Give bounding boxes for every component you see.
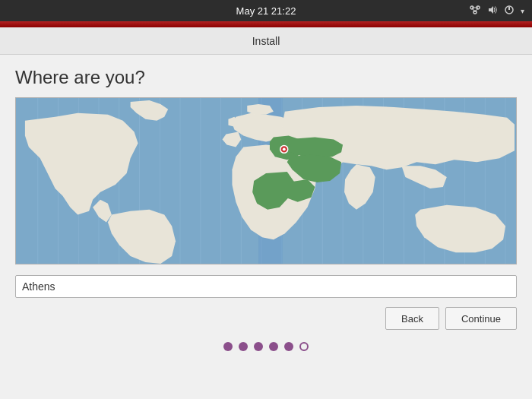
svg-marker-6 <box>489 6 493 14</box>
world-map[interactable] <box>15 97 517 264</box>
progress-dots <box>15 342 517 351</box>
back-button[interactable]: Back <box>385 307 439 330</box>
network-icon[interactable] <box>469 5 481 17</box>
page-title: Where are you? <box>15 67 517 88</box>
accent-bar <box>0 21 532 27</box>
progress-dot-1 <box>223 342 233 351</box>
location-input[interactable] <box>15 275 517 298</box>
continue-button[interactable]: Continue <box>445 307 517 330</box>
progress-dot-5 <box>284 342 293 351</box>
datetime: May 21 21:22 <box>236 5 296 17</box>
install-title: Install <box>252 35 280 47</box>
top-bar-right: ▾ <box>469 5 524 17</box>
button-row: Back Continue <box>15 307 517 330</box>
progress-dot-2 <box>239 342 248 351</box>
progress-dot-6 <box>299 342 309 351</box>
chevron-down-icon[interactable]: ▾ <box>521 7 524 15</box>
progress-dot-3 <box>254 342 263 351</box>
volume-icon[interactable] <box>487 5 498 17</box>
top-bar: May 21 21:22 ▾ <box>0 0 532 21</box>
power-icon[interactable] <box>504 5 515 17</box>
install-header: Install <box>0 27 532 55</box>
location-input-row <box>15 275 517 298</box>
main-content: Where are you? <box>0 55 532 363</box>
progress-dot-4 <box>269 342 278 351</box>
svg-point-36 <box>283 147 286 150</box>
